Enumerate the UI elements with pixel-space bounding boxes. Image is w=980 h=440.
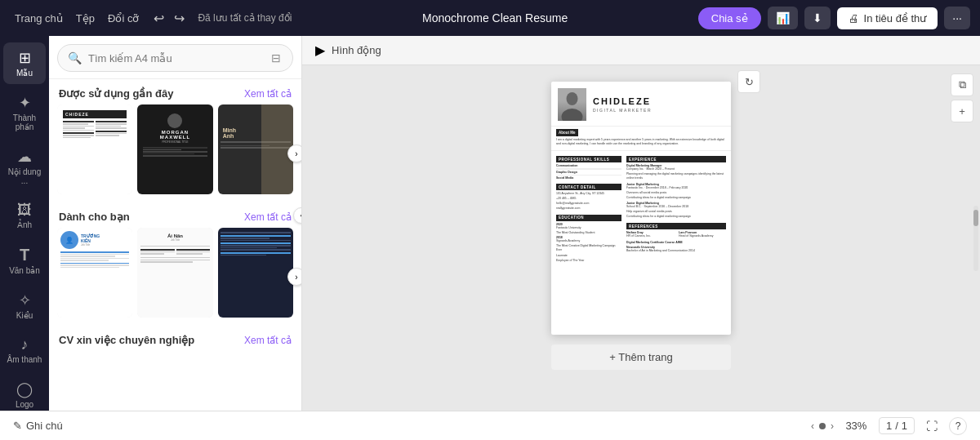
tool-elements[interactable]: ✦ Thành phần: [3, 87, 46, 138]
recent-see-all[interactable]: Xem tất cả: [244, 88, 292, 100]
nav-home[interactable]: Trang chủ: [10, 9, 68, 28]
resume-skill-3: Social Media: [556, 176, 621, 180]
template-minh-anh[interactable]: Minh Anh: [218, 104, 293, 194]
svg-point-1: [562, 109, 583, 121]
notes-icon: ✎: [13, 420, 22, 432]
resume-contact-block: Contact Detail 101 Anywhere St., Any Cit…: [556, 184, 621, 211]
canvas-scroll[interactable]: ⧉ + ↻: [302, 65, 980, 411]
resume-edu-award-4: Employee of The Year: [556, 259, 621, 263]
analytics-button[interactable]: 📊: [768, 7, 798, 29]
templates-icon: ⊞: [19, 49, 31, 67]
resume-exp-company-3: School B.C. · September 2016 – December …: [626, 205, 726, 209]
pro-section-title: CV xin việc chuyên nghiệp: [59, 334, 194, 346]
document-title: Monochrome Clean Resume: [298, 11, 691, 24]
undo-button[interactable]: ↩: [150, 9, 167, 28]
template-dark-navy[interactable]: [218, 228, 293, 318]
audio-icon: ♪: [21, 336, 29, 353]
page-next-button[interactable]: ›: [831, 420, 834, 432]
tool-text[interactable]: T Văn bản: [3, 239, 46, 282]
resume-about-text: I am a digital marketing expert with 5 y…: [556, 138, 726, 146]
page-prev-button[interactable]: ‹: [811, 420, 814, 432]
resume-right-col: Experience Digital Marketing Manager Com…: [626, 156, 726, 267]
for-you-templates-grid: 👤 TRƯƠNG KIÊN Job Title: [49, 228, 301, 326]
nav-resize[interactable]: Đổi cỡ: [103, 9, 144, 28]
scroll-thumb: [973, 210, 978, 226]
pro-see-all[interactable]: Xem tất cả: [244, 335, 292, 346]
page-current: 1: [886, 420, 892, 432]
tool-templates-label: Mẫu: [16, 69, 33, 78]
tool-elements-label: Thành phần: [7, 113, 42, 131]
resume-edu-school-2: Signards Academy: [556, 239, 621, 243]
download-button[interactable]: ⬇: [804, 7, 831, 29]
photos-icon: 🖼: [17, 202, 32, 219]
recent-next-arrow[interactable]: ›: [287, 144, 302, 162]
template-truong-kien[interactable]: 👤 TRƯƠNG KIÊN Job Title: [57, 228, 132, 318]
help-button[interactable]: ?: [949, 417, 967, 435]
resume-ref-role-2: Head of Signards Academy: [679, 234, 726, 238]
canvas-refresh-button[interactable]: ↻: [737, 70, 760, 93]
fullscreen-button[interactable]: ⛶: [923, 418, 941, 434]
page-total: 1: [902, 420, 907, 432]
tool-logo-label: Logo: [16, 400, 33, 409]
template-panel: 🔍 ⊟ Được sử dụng gần đây Xem tất cả CHID…: [49, 36, 302, 411]
zoom-value: 33%: [842, 420, 871, 432]
resume-exp-desc-2: Oversees all social media posts: [626, 191, 726, 195]
tool-content-label: Nội dung ...: [7, 167, 42, 185]
tool-style-label: Kiểu: [16, 311, 33, 320]
resume-phone: +20 485 – 4985: [556, 197, 621, 201]
resume-exp-company-2: Fantastic Inc. · December 2018 – Februar…: [626, 186, 726, 190]
share-button[interactable]: Chia sẻ: [698, 7, 761, 29]
resume-name-block: CHIDLEZE DIGITAL MARKETER: [593, 96, 724, 113]
resume-references-block: References Nathan Gray HR of Camera, Inc…: [626, 223, 726, 253]
nav-file[interactable]: Tệp: [71, 9, 100, 28]
scroll-track: [973, 206, 978, 271]
tool-logo[interactable]: ◯ Logo: [3, 374, 46, 411]
resume-document[interactable]: CHIDLEZE DIGITAL MARKETER About Me I am …: [551, 82, 731, 335]
tool-content[interactable]: ☁ Nội dung ...: [3, 141, 46, 192]
bottombar: ✎ Ghi chú ‹ › 33% 1 / 1 ⛶ ?: [0, 411, 980, 440]
resume-email: hello@reallygreatsite.com: [556, 202, 621, 206]
tool-photos-label: Ảnh: [17, 220, 32, 229]
resume-edu-award-3: Laureate: [556, 254, 621, 258]
content-icon: ☁: [17, 148, 32, 166]
resume-skills-block: Professional Skills Communication Graphi…: [556, 156, 621, 180]
tool-style[interactable]: ✧ Kiểu: [3, 285, 46, 327]
canvas-add-button[interactable]: +: [951, 100, 973, 122]
template-morgan[interactable]: MORGAN MAXWELL PROFESSIONAL TITLE: [137, 104, 212, 194]
resume-subtitle: DIGITAL MARKETER: [593, 108, 724, 113]
tool-sidebar: ⊞ Mẫu ✦ Thành phần ☁ Nội dung ... 🖼 Ảnh …: [0, 36, 49, 411]
zoom-control: 33%: [842, 420, 871, 432]
elements-icon: ✦: [19, 94, 31, 112]
add-page-button[interactable]: + Thêm trang: [551, 344, 731, 370]
notes-button[interactable]: ✎ Ghi chú: [13, 420, 63, 432]
resume-website: reallygreatsite.com: [556, 207, 621, 211]
resume-address: 101 Anywhere St., Any City, ST 12345: [556, 192, 621, 196]
search-input[interactable]: [88, 52, 263, 64]
resume-references-title: References: [626, 223, 726, 229]
resume-exp-desc-2b: Contributing ideas for a digital marketi…: [626, 196, 726, 200]
tool-audio[interactable]: ♪ Âm thanh: [3, 330, 46, 371]
tool-photos[interactable]: 🖼 Ảnh: [3, 195, 46, 236]
page-info[interactable]: 1 / 1: [879, 417, 915, 434]
for-you-see-all[interactable]: Xem tất cả: [244, 211, 292, 223]
analytics-icon: 📊: [776, 11, 790, 24]
resume-education-block: Education 2020 Fantastic University The …: [556, 215, 621, 263]
template-chideze[interactable]: CHIDEZE: [57, 104, 132, 194]
scroll-indicator: [972, 65, 980, 411]
resume-education-title: Education: [556, 215, 621, 221]
redo-button[interactable]: ↪: [171, 9, 188, 28]
print-button[interactable]: 🖨 In tiêu đề thư: [837, 7, 938, 29]
for-you-next-arrow[interactable]: ›: [287, 268, 302, 286]
resume-experience-block: Experience Digital Marketing Manager Com…: [626, 156, 726, 219]
filter-icon[interactable]: ⊟: [270, 50, 283, 66]
template-ai-nan[interactable]: Ái Nân Job Title: [137, 228, 212, 318]
resume-about: About Me I am a digital marketing expert…: [551, 127, 731, 151]
resume-exp-desc-1: Planning and managing the digital market…: [626, 172, 726, 180]
tool-templates[interactable]: ⊞ Mẫu: [3, 42, 46, 84]
canvas-copy-button[interactable]: ⧉: [951, 73, 973, 96]
resume-skill-1: Communication: [556, 164, 621, 167]
logo-icon: ◯: [16, 380, 33, 398]
resume-edu-award-1: The Most Outstanding Student: [556, 231, 621, 235]
more-button[interactable]: ···: [944, 7, 970, 29]
resume-cert-title: Digital Marketing Certificate Course AIM…: [626, 241, 726, 244]
